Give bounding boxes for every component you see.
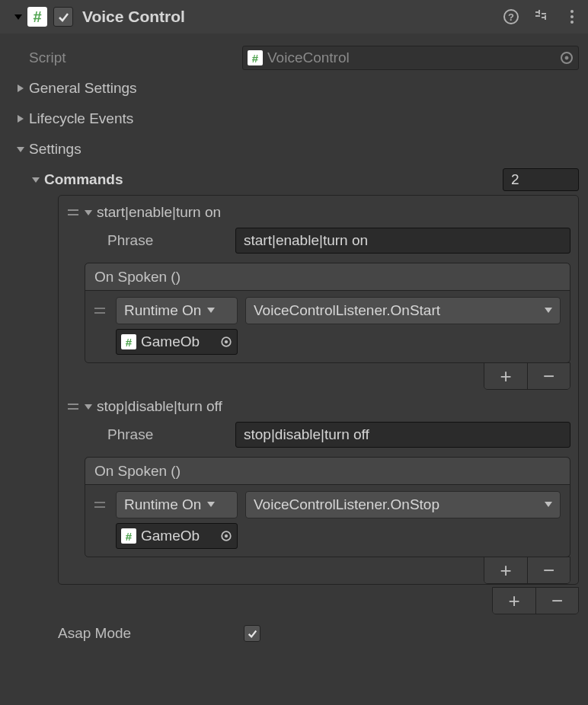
svg-marker-24 xyxy=(545,308,552,313)
svg-rect-22 xyxy=(94,312,105,314)
component-foldout[interactable] xyxy=(12,9,24,24)
component-enabled-checkbox[interactable] xyxy=(53,7,73,27)
element-foldout[interactable] xyxy=(83,401,97,412)
event-add-button[interactable]: + xyxy=(484,557,527,583)
event-header: On Spoken () xyxy=(85,263,570,291)
help-icon[interactable]: ? xyxy=(503,8,519,25)
svg-rect-30 xyxy=(94,502,105,503)
svg-rect-18 xyxy=(68,209,78,211)
svg-marker-29 xyxy=(85,404,92,410)
target-object-field[interactable]: # GameOb xyxy=(116,523,238,549)
chevron-down-icon xyxy=(207,308,215,314)
svg-marker-23 xyxy=(207,308,215,313)
function-dropdown[interactable]: VoiceControlListener.OnStart xyxy=(245,297,561,324)
csharp-script-icon: # xyxy=(27,7,47,27)
component-title: Voice Control xyxy=(82,8,503,26)
lifecycle-events-label: Lifecycle Events xyxy=(29,110,133,127)
asap-mode-checkbox[interactable] xyxy=(244,625,260,642)
phrase-input[interactable]: stop|disable|turn off xyxy=(235,422,570,448)
svg-point-11 xyxy=(570,21,574,24)
general-settings-label: General Settings xyxy=(29,80,137,97)
settings-foldout[interactable]: Settings xyxy=(0,134,588,164)
commands-remove-button[interactable]: − xyxy=(535,588,578,614)
asap-mode-label: Asap Mode xyxy=(58,625,244,642)
svg-rect-4 xyxy=(535,15,540,17)
commands-foldout[interactable]: Commands 2 xyxy=(0,164,588,195)
object-picker-icon[interactable] xyxy=(220,530,232,542)
script-value: VoiceControl xyxy=(267,49,350,66)
chevron-down-icon xyxy=(545,308,552,314)
function-dropdown[interactable]: VoiceControlListener.OnStop xyxy=(245,491,561,518)
phrase-input[interactable]: start|enable|turn on xyxy=(235,228,570,254)
script-label: Script xyxy=(29,49,242,66)
commands-size-field[interactable]: 2 xyxy=(503,168,579,191)
element-foldout[interactable] xyxy=(83,207,97,218)
general-settings-foldout[interactable]: General Settings xyxy=(0,73,588,104)
callstate-dropdown[interactable]: Runtime On xyxy=(116,491,238,518)
chevron-down-icon xyxy=(207,502,215,508)
svg-marker-15 xyxy=(18,115,24,123)
svg-marker-14 xyxy=(18,85,24,92)
svg-text:?: ? xyxy=(508,11,514,23)
event-header: On Spoken () xyxy=(85,458,570,485)
phrase-label: Phrase xyxy=(107,426,235,443)
context-menu-icon[interactable] xyxy=(564,8,580,25)
event-add-button[interactable]: + xyxy=(484,363,527,389)
on-spoken-event: On Spoken () Runtime On VoiceControlList… xyxy=(85,457,570,557)
script-field: # VoiceControl xyxy=(242,46,579,70)
reorder-handle-icon[interactable] xyxy=(94,500,108,509)
chevron-down-icon xyxy=(545,502,552,508)
target-object-field[interactable]: # GameOb xyxy=(116,329,238,355)
svg-point-13 xyxy=(565,56,568,59)
svg-rect-27 xyxy=(68,404,78,405)
svg-rect-21 xyxy=(94,308,105,309)
presets-icon[interactable] xyxy=(533,8,550,25)
commands-add-button[interactable]: + xyxy=(493,588,535,614)
element-title: stop|disable|turn off xyxy=(97,398,222,415)
svg-marker-20 xyxy=(85,210,92,215)
svg-marker-33 xyxy=(545,502,552,507)
reorder-handle-icon[interactable] xyxy=(94,306,108,315)
settings-label: Settings xyxy=(29,141,81,158)
svg-point-9 xyxy=(570,10,574,13)
svg-marker-16 xyxy=(17,147,24,152)
object-picker-icon[interactable] xyxy=(220,336,232,348)
on-spoken-event: On Spoken () Runtime On VoiceControlList… xyxy=(85,263,570,363)
svg-marker-17 xyxy=(32,177,40,183)
svg-marker-0 xyxy=(14,14,22,20)
phrase-label: Phrase xyxy=(107,232,235,249)
svg-rect-31 xyxy=(94,506,105,508)
svg-rect-7 xyxy=(538,10,540,14)
svg-point-10 xyxy=(570,15,574,18)
element-title: start|enable|turn on xyxy=(97,204,221,221)
svg-rect-8 xyxy=(545,15,546,20)
commands-label: Commands xyxy=(44,171,123,188)
callstate-dropdown[interactable]: Runtime On xyxy=(116,297,238,324)
event-remove-button[interactable]: − xyxy=(527,557,570,583)
event-remove-button[interactable]: − xyxy=(527,363,570,389)
csharp-script-icon: # xyxy=(121,334,136,349)
reorder-handle-icon[interactable] xyxy=(66,402,80,411)
csharp-script-icon: # xyxy=(121,528,136,544)
csharp-script-icon: # xyxy=(248,50,263,65)
svg-rect-28 xyxy=(68,408,78,410)
lifecycle-events-foldout[interactable]: Lifecycle Events xyxy=(0,104,588,134)
svg-marker-32 xyxy=(207,502,215,507)
svg-point-35 xyxy=(225,534,228,538)
object-picker-icon[interactable] xyxy=(560,51,574,65)
reorder-handle-icon[interactable] xyxy=(66,208,80,217)
svg-point-26 xyxy=(225,340,228,343)
svg-rect-5 xyxy=(542,13,546,14)
svg-rect-19 xyxy=(68,214,78,215)
commands-list: start|enable|turn on Phrase start|enable… xyxy=(58,195,579,585)
